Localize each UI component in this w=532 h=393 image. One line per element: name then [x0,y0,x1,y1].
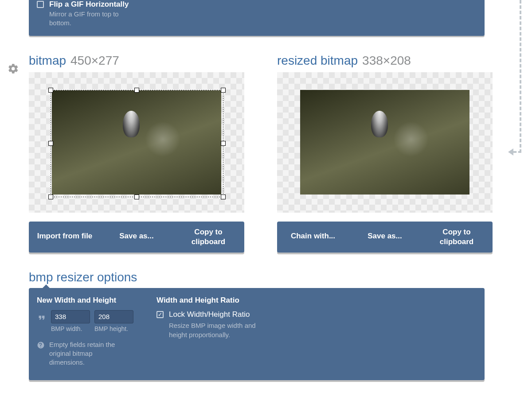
width-height-title: New Width and Height [37,296,139,305]
crop-handle-nw[interactable] [48,88,53,93]
help-icon [37,341,45,349]
save-as-output-button[interactable]: Save as... [349,222,421,253]
crop-handle-e[interactable] [221,141,226,146]
crop-handle-se[interactable] [221,195,226,199]
copy-output-button[interactable]: Copy to clipboard [421,222,493,253]
width-label: BMP width. [51,325,90,332]
width-input[interactable] [51,310,90,323]
copy-input-button[interactable]: Copy to clipboard [172,222,244,253]
save-as-input-button[interactable]: Save as... [101,222,172,253]
flow-connector [513,0,521,153]
crop-selection[interactable] [51,90,223,197]
crop-handle-s[interactable] [134,195,139,199]
crop-handle-n[interactable] [134,88,139,93]
top-option-card: Flip a GIF Horizontally Mirror a GIF fro… [29,0,485,36]
chain-button[interactable]: Chain with... [277,222,349,253]
crop-handle-sw[interactable] [48,195,53,199]
input-canvas[interactable] [29,72,244,213]
flip-horizontal-checkbox[interactable] [37,1,44,8]
empty-fields-note: Empty fields retain the original bitmap … [49,340,129,367]
options-heading: bmp resizer options [29,270,532,284]
output-image [300,90,469,195]
crop-handle-w[interactable] [48,141,53,146]
flip-horizontal-desc: Mirror a GIF from top to bottom. [49,10,120,28]
crop-handle-ne[interactable] [221,88,226,93]
output-action-bar: Chain with... Save as... Copy to clipboa… [277,222,493,253]
flow-arrow-icon [508,148,513,156]
height-label: BMP height. [94,325,133,332]
lock-ratio-label: Lock Width/Height Ratio [169,310,258,319]
output-heading: resized bitmap 338×208 [277,54,508,68]
import-button[interactable]: Import from file [29,222,101,253]
height-input[interactable] [94,310,133,323]
output-dimensions: 338×208 [362,54,411,68]
flip-horizontal-title: Flip a GIF Horizontally [49,0,129,9]
quote-icon [37,313,47,323]
options-card: New Width and Height BMP width. BMP heig… [29,288,485,381]
gear-icon[interactable] [8,63,19,76]
input-heading: bitmap 450×277 [29,54,259,68]
input-dimensions: 450×277 [70,54,119,68]
input-action-bar: Import from file Save as... Copy to clip… [29,222,244,253]
lock-ratio-checkbox[interactable]: ✓ [156,311,164,318]
lock-ratio-desc: Resize BMP image width and height propor… [169,321,258,339]
output-canvas[interactable] [277,72,493,213]
ratio-title: Width and Height Ratio [156,296,281,305]
